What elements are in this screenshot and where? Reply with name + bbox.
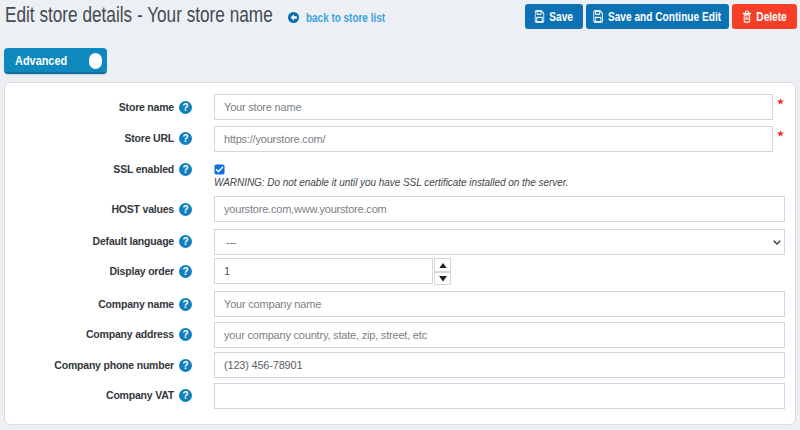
svg-text:?: ? [182,299,188,310]
svg-text:?: ? [182,102,188,113]
svg-text:?: ? [182,236,188,247]
svg-text:?: ? [182,329,188,340]
svg-text:?: ? [182,204,188,215]
svg-text:?: ? [182,266,188,277]
svg-text:?: ? [182,390,188,401]
svg-text:?: ? [182,359,188,370]
svg-text:?: ? [182,164,188,175]
svg-text:?: ? [182,133,188,144]
